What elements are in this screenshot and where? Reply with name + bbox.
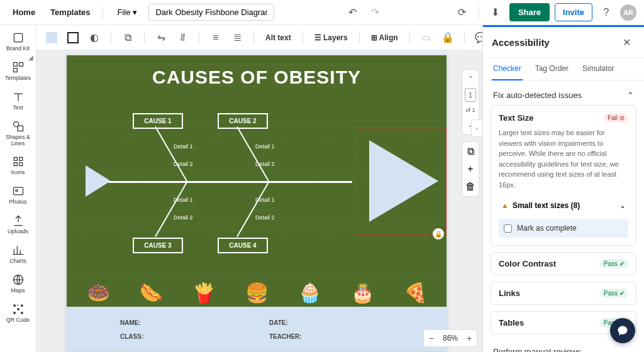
- donut-icon[interactable]: 🍩: [87, 282, 110, 304]
- add-page[interactable]: +: [467, 163, 473, 175]
- svg-rect-10: [13, 188, 23, 195]
- mark-complete-row[interactable]: Mark as complete: [499, 219, 628, 238]
- duplicate-page[interactable]: ⧉: [467, 146, 474, 157]
- label-class[interactable]: CLASS:: [120, 333, 244, 343]
- canvas-area[interactable]: CAUSES OF OBESITY 🔒 CAUSE 1 CAUSE 2 CAUS…: [36, 50, 482, 352]
- food-icons-row: 🍩 🌭 🍟 🍔 🧁 🎂 🍕: [67, 279, 447, 305]
- nav-templates[interactable]: Templates: [45, 4, 95, 21]
- hotdog-icon[interactable]: 🌭: [140, 282, 163, 304]
- diagram-title[interactable]: CAUSES OF OBESITY: [67, 55, 447, 88]
- fix-issues-header[interactable]: Fix auto-detected issues⌃: [491, 85, 636, 105]
- links-card[interactable]: Links Pass ✔: [491, 282, 636, 305]
- spacing-button[interactable]: ≣: [228, 29, 246, 47]
- download-button[interactable]: ⬇: [487, 4, 504, 21]
- layers-button[interactable]: ☰ Layers: [311, 33, 352, 42]
- fish-head[interactable]: [369, 140, 438, 222]
- redo-button[interactable]: ↷: [367, 4, 384, 21]
- svg-rect-6: [14, 158, 17, 161]
- rail-photos[interactable]: Photos: [3, 185, 34, 206]
- detail-text[interactable]: Detail 1: [174, 197, 193, 203]
- list-button[interactable]: ≡: [207, 29, 225, 47]
- lock-button[interactable]: 🔒: [439, 29, 457, 47]
- pizza-icon[interactable]: 🍕: [404, 282, 427, 304]
- page-up[interactable]: ⌃: [465, 72, 476, 85]
- detail-text[interactable]: Detail 2: [174, 161, 193, 167]
- panel-collapse[interactable]: ‹: [471, 119, 482, 137]
- pass-badge: Pass ✔: [600, 289, 628, 298]
- label-date[interactable]: DATE:: [269, 319, 393, 329]
- svg-rect-2: [19, 62, 23, 66]
- sync-icon[interactable]: ⟳: [453, 4, 471, 21]
- svg-rect-0: [14, 33, 22, 41]
- flip-h-button[interactable]: ⇋: [152, 29, 170, 47]
- flip-v-button[interactable]: ⥯: [174, 29, 191, 47]
- opacity-tool[interactable]: ◐: [86, 29, 103, 47]
- burger-icon[interactable]: 🍔: [245, 282, 269, 304]
- cupcake-icon[interactable]: 🧁: [298, 282, 321, 304]
- rail-charts[interactable]: Charts: [3, 244, 34, 265]
- cause-box[interactable]: CAUSE 2: [218, 113, 268, 129]
- fishbone-diagram[interactable]: 🔒 CAUSE 1 CAUSE 2 CAUSE 3 CAUSE 4 Detail…: [86, 106, 428, 288]
- fries-icon[interactable]: 🍟: [192, 282, 216, 304]
- help-button[interactable]: ?: [597, 4, 615, 21]
- close-panel[interactable]: ✕: [618, 33, 635, 51]
- detail-text[interactable]: Detail 1: [255, 197, 275, 203]
- zoom-out[interactable]: −: [424, 330, 439, 346]
- page-current[interactable]: 1: [465, 88, 476, 102]
- rail-brand-kit[interactable]: Brand Kit: [3, 31, 34, 52]
- cause-box[interactable]: CAUSE 3: [133, 238, 183, 253]
- delete-page[interactable]: 🗑: [465, 181, 475, 192]
- align-button[interactable]: ⊞ Align: [367, 33, 402, 42]
- alt-text-button[interactable]: Alt text: [262, 33, 295, 42]
- invite-button[interactable]: Invite: [555, 3, 592, 21]
- rail-uploads[interactable]: Uploads: [3, 214, 34, 235]
- copy-button[interactable]: ⧉: [119, 29, 136, 47]
- ruler-toggle[interactable]: ◢: [25, 52, 36, 63]
- file-menu[interactable]: File▾: [111, 4, 143, 21]
- share-button[interactable]: Share: [509, 3, 550, 21]
- zoom-in[interactable]: +: [462, 330, 477, 346]
- zoom-control: − 86% +: [423, 329, 477, 347]
- issue-small-text[interactable]: ▲Small text sizes (8) ⌄: [499, 196, 628, 215]
- top-bar: Home Templates File▾ ↶ ↷ ⟳ ⬇ Share Invit…: [0, 0, 644, 25]
- chat-button[interactable]: [610, 318, 635, 343]
- rail-qr[interactable]: QR Code: [3, 303, 34, 324]
- tab-checker[interactable]: Checker: [492, 58, 523, 80]
- mark-complete-checkbox[interactable]: [504, 224, 512, 233]
- accessibility-panel: Accessibility ✕ Checker Tag Order Simula…: [482, 25, 644, 352]
- cause-box[interactable]: CAUSE 4: [218, 238, 268, 253]
- detail-text[interactable]: Detail 1: [255, 143, 275, 150]
- zoom-level[interactable]: 86%: [439, 334, 462, 343]
- nav-home[interactable]: Home: [8, 4, 40, 21]
- cake-icon[interactable]: 🎂: [351, 282, 374, 304]
- group-button[interactable]: ▭: [418, 29, 435, 47]
- fill-outline-swatch[interactable]: [64, 29, 82, 47]
- text-size-card: Text Size Fail ⊘ Larger text sizes may b…: [491, 105, 636, 246]
- page-total: of 1: [463, 104, 477, 116]
- design-canvas[interactable]: CAUSES OF OBESITY 🔒 CAUSE 1 CAUSE 2 CAUS…: [67, 55, 447, 351]
- detail-text[interactable]: Detail 2: [255, 161, 275, 167]
- detail-text[interactable]: Detail 2: [174, 214, 193, 221]
- rail-templates[interactable]: Templates: [3, 61, 34, 82]
- document-title-input[interactable]: [148, 4, 274, 21]
- fill-light-swatch[interactable]: [43, 29, 60, 47]
- fail-badge: Fail ⊘: [604, 113, 628, 123]
- tab-tag-order[interactable]: Tag Order: [534, 58, 570, 80]
- detail-text[interactable]: Detail 1: [174, 143, 193, 150]
- rail-shapes[interactable]: Shapes & Lines: [3, 120, 34, 147]
- label-name[interactable]: NAME:: [120, 319, 244, 329]
- svg-point-11: [15, 190, 17, 192]
- rail-icons[interactable]: Icons: [3, 155, 34, 176]
- label-teacher[interactable]: TEACHER:: [269, 333, 393, 343]
- svg-rect-7: [19, 158, 22, 161]
- rail-text[interactable]: Text: [3, 91, 34, 111]
- rail-maps[interactable]: Maps: [3, 273, 34, 294]
- card-title: Text Size: [499, 113, 533, 123]
- page-tools: ⧉ + 🗑: [462, 141, 479, 197]
- tab-simulator[interactable]: Simulator: [581, 58, 616, 80]
- detail-text[interactable]: Detail 2: [255, 214, 275, 221]
- color-contrast-card[interactable]: Color Contrast Pass ✔: [491, 252, 636, 275]
- user-avatar[interactable]: AR: [620, 4, 636, 21]
- undo-button[interactable]: ↶: [344, 4, 362, 21]
- cause-box[interactable]: CAUSE 1: [133, 113, 183, 129]
